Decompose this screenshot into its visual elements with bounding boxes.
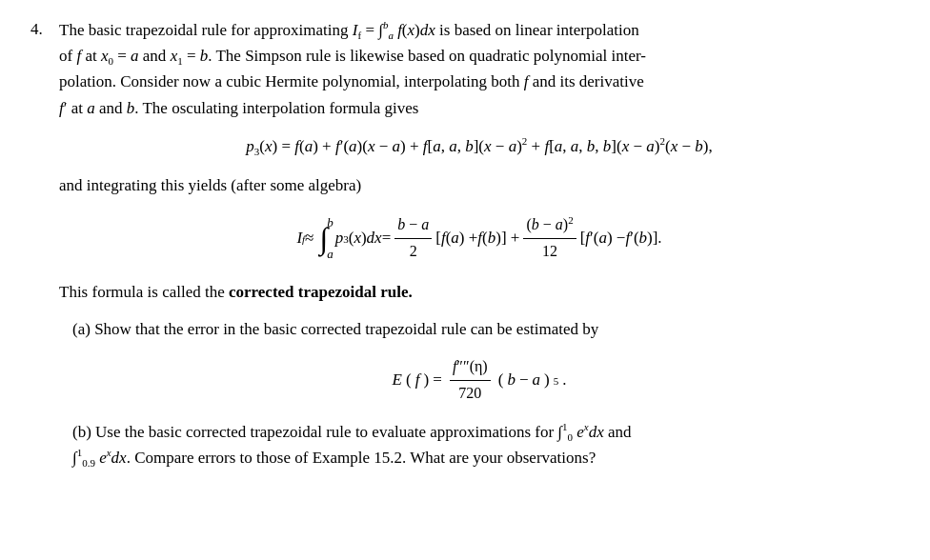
part-a: (a) Show that the error in the basic cor…: [72, 316, 900, 342]
problem-content: The basic trapezoidal rule for approxima…: [59, 17, 900, 470]
part-a-label: (a): [72, 320, 91, 338]
and-integrating-text: and integrating this yields (after some …: [59, 172, 900, 198]
part-b: (b) Use the basic corrected trapezoidal …: [72, 419, 900, 470]
problem-number: 4.: [30, 17, 59, 42]
p3-formula: p3(x) = f(a) + f′(a)(x − a) + f[a, a, b]…: [59, 134, 900, 159]
corrected-rule-text: This formula is called the corrected tra…: [59, 279, 900, 305]
part-b-label: (b): [72, 423, 91, 441]
problem-4: 4. The basic trapezoidal rule for approx…: [30, 17, 900, 470]
integral-formula-display: If ≈ ∫ b a p3(x)dx = b − a 2 [f(a) + f(b…: [59, 213, 900, 264]
intro-paragraph: The basic trapezoidal rule for approxima…: [59, 17, 900, 121]
e-formula-display: E(f) = f″″(η) 720 (b − a)5.: [59, 355, 900, 406]
